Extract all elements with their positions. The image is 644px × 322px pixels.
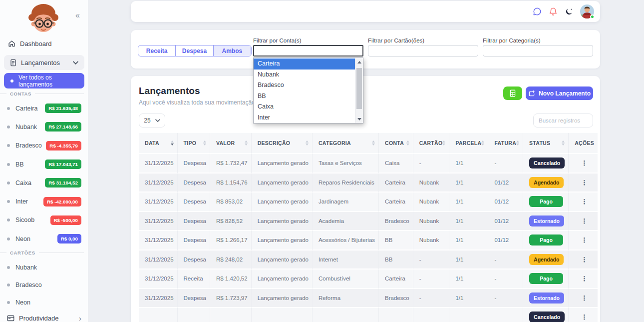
dark-mode-moon-icon[interactable] <box>565 8 573 16</box>
cell-parcela: 1/1 <box>449 212 488 232</box>
type-filter-button[interactable]: Despesa <box>176 46 213 56</box>
cell-status: Pago <box>523 192 569 212</box>
dropdown-option[interactable]: Carteira <box>254 58 355 70</box>
sidebar-account-item[interactable]: BB R$ 17.043,71 <box>0 155 88 174</box>
filter-conta-input[interactable] <box>253 45 363 56</box>
sort-icon <box>306 140 309 146</box>
cell-acoes: ⋮ <box>569 308 598 322</box>
novo-lancamento-button[interactable]: Novo Lançamento <box>526 86 593 100</box>
table-row: 31/12/2025 Despesa R$ 853,02 Lançamento … <box>139 192 598 212</box>
type-filter-button[interactable]: Ambos <box>214 46 251 56</box>
account-balance-badge: R$ 31.104,52 <box>45 178 81 188</box>
cell-acoes: ⋮ <box>569 231 598 250</box>
row-actions-menu-icon[interactable]: ⋮ <box>581 294 588 302</box>
cell-tipo: Despesa <box>178 231 210 250</box>
col-header-status[interactable]: STATUS <box>523 133 569 154</box>
notifications-bell-icon[interactable] <box>549 7 558 16</box>
sidebar-account-item[interactable]: Sicoob R$ -500,00 <box>0 211 88 230</box>
dropdown-option[interactable]: Caixa <box>254 102 355 112</box>
page-size-select[interactable]: 25 <box>139 114 165 128</box>
cell-valor: R$ 828,52 <box>210 212 252 232</box>
row-actions-menu-icon[interactable]: ⋮ <box>581 274 588 282</box>
filter-cartao-label: Filtrar por Cartão(ões) <box>368 38 424 44</box>
sidebar-account-item[interactable]: Inter R$ -42.000,00 <box>0 192 88 210</box>
col-header-fatura[interactable]: FATURA <box>488 133 523 154</box>
col-header-conta[interactable]: CONTA <box>379 133 413 154</box>
col-header-categoria[interactable]: CATEGORIA <box>313 133 379 154</box>
row-actions-menu-icon[interactable]: ⋮ <box>581 236 588 244</box>
type-filter-button[interactable]: Receita <box>138 46 176 56</box>
sidebar-collapse-icon[interactable]: « <box>75 12 80 20</box>
cell-valor: R$ 1.732,47 <box>210 154 252 174</box>
chevron-down-icon <box>155 119 160 122</box>
row-actions-menu-icon[interactable]: ⋮ <box>581 313 588 321</box>
sidebar-card-item[interactable]: Neon <box>0 294 88 311</box>
col-header-data[interactable]: DATA <box>139 133 178 154</box>
filter-categoria-input[interactable] <box>483 45 593 56</box>
row-actions-menu-icon[interactable]: ⋮ <box>581 159 588 167</box>
cell-categoria: Reforma <box>313 289 379 308</box>
cell-conta <box>379 308 413 322</box>
cell-descricao: Lançamento gerado <box>252 289 313 308</box>
row-actions-menu-icon[interactable]: ⋮ <box>581 178 588 186</box>
card-name: Nubank <box>15 264 37 271</box>
dropdown-option[interactable]: Inter <box>254 112 355 124</box>
bullet-icon <box>7 238 10 240</box>
col-header-descricao[interactable]: DESCRIÇÃO <box>252 133 313 154</box>
status-badge: Agendado <box>529 177 564 188</box>
export-spreadsheet-button[interactable] <box>503 86 522 100</box>
cell-conta: BB <box>379 231 413 250</box>
cell-descricao: Lançamento gerado <box>252 192 313 212</box>
sidebar-item-lancamentos[interactable]: Lançamentos <box>4 55 84 70</box>
cell-conta: Carteira <box>379 270 413 289</box>
sort-icon <box>481 140 484 146</box>
sidebar-account-item[interactable]: Nubank R$ 27.148,66 <box>0 118 88 136</box>
sidebar-card-item[interactable]: Nubank <box>0 258 88 276</box>
sidebar-account-item[interactable]: Carteira R$ 21.635,48 <box>0 99 88 118</box>
account-balance-badge: R$ -42.000,00 <box>43 197 81 206</box>
dropdown-scrollbar[interactable] <box>355 58 363 123</box>
dropdown-option[interactable]: Nubank <box>254 70 355 80</box>
account-name: Nubank <box>15 124 37 130</box>
cell-valor: R$ 1.154,76 <box>210 174 252 193</box>
sidebar-account-item[interactable]: Neon R$ 0,00 <box>0 230 88 248</box>
sidebar-account-item[interactable]: Caixa R$ 31.104,52 <box>0 174 88 192</box>
account-balance-badge: R$ 17.043,71 <box>45 160 81 169</box>
cell-descricao: Lançamento gerado <box>252 154 313 174</box>
filters-panel: Receita Despesa Ambos Filtrar por Conta(… <box>131 30 600 68</box>
cell-descricao: Lançamento gerado <box>252 174 313 193</box>
dropdown-option[interactable]: BB <box>254 91 355 102</box>
row-actions-menu-icon[interactable]: ⋮ <box>581 217 588 225</box>
cards-list: Nubank Bradesco Neon <box>0 258 88 311</box>
sidebar-item-dashboard[interactable]: Dashboard <box>8 40 52 48</box>
status-badge: Agendado <box>529 254 564 265</box>
scroll-down-icon[interactable] <box>355 116 363 122</box>
cell-data: 31/12/2025 <box>139 154 178 174</box>
profile-avatar[interactable] <box>580 4 594 18</box>
col-header-tipo[interactable]: TIPO <box>178 133 210 154</box>
sidebar-item-produtividade[interactable]: Produtividade › <box>7 314 81 322</box>
row-actions-menu-icon[interactable]: ⋮ <box>581 256 588 264</box>
cell-acoes: ⋮ <box>569 212 598 232</box>
col-header-cartao[interactable]: CARTÃO <box>413 133 450 154</box>
bullet-icon <box>7 182 10 184</box>
sidebar-account-item[interactable]: Bradesco R$ -4.355,79 <box>0 136 88 155</box>
scroll-up-icon[interactable] <box>355 58 363 66</box>
account-name: Carteira <box>15 105 37 112</box>
sidebar-card-item[interactable]: Bradesco <box>0 276 88 294</box>
cell-status: Estornado <box>523 212 569 232</box>
filter-cartao-input[interactable] <box>368 45 478 56</box>
chat-icon[interactable] <box>533 7 542 16</box>
col-header-valor[interactable]: VALOR <box>210 133 252 154</box>
dropdown-option[interactable]: Bradesco <box>254 80 355 91</box>
scrollbar-thumb[interactable] <box>356 68 362 109</box>
col-header-parcela[interactable]: PARCELA <box>449 133 488 154</box>
topbar <box>131 1 600 22</box>
search-input[interactable] <box>533 114 593 128</box>
row-actions-menu-icon[interactable]: ⋮ <box>581 198 588 206</box>
bullet-icon <box>10 80 13 82</box>
sidebar-item-ver-todos-lancamentos[interactable]: Ver todos os lançamentos <box>4 73 84 88</box>
cell-data: 31/12/2025 <box>139 289 178 308</box>
cell-categoria: Taxas e Serviços <box>313 154 379 174</box>
table-row: 31/12/2025 Despesa R$ 1.266,17 Lançament… <box>139 231 598 250</box>
